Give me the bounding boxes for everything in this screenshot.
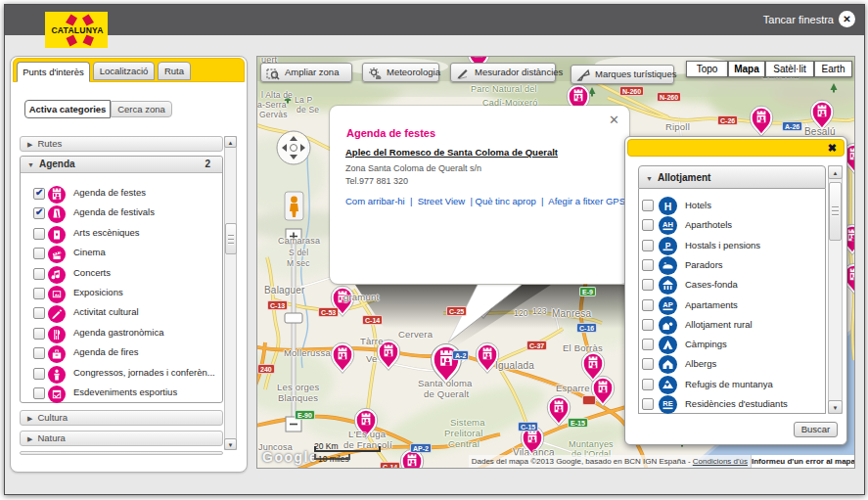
svg-text:RE: RE xyxy=(662,399,672,408)
svg-text:CATALUNYA: CATALUNYA xyxy=(51,25,103,35)
svg-text:P: P xyxy=(665,241,671,250)
svg-text:H: H xyxy=(664,201,672,212)
svg-text:AP: AP xyxy=(662,300,672,309)
svg-text:AH: AH xyxy=(662,220,673,229)
